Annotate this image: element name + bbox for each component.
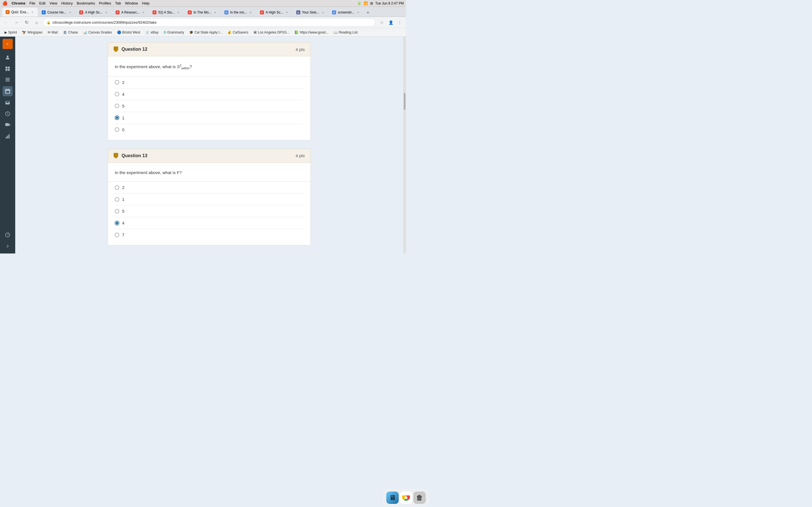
tab-close-research[interactable]: × — [141, 10, 145, 14]
menu-window[interactable]: Window — [125, 1, 138, 5]
sidebar-item-analytics[interactable] — [3, 131, 13, 142]
tab-close-screenshot[interactable]: × — [356, 10, 360, 14]
question-12-radio-0[interactable] — [115, 127, 119, 132]
back-button[interactable]: ← — [2, 18, 10, 26]
home-button[interactable]: ⌂ — [33, 18, 41, 26]
menu-chrome[interactable]: Chrome — [11, 1, 26, 5]
tab-inthe[interactable]: C In The Mo... × — [185, 8, 220, 17]
right-scrollbar[interactable] — [403, 37, 406, 253]
bookmark-favicon-calstate: 🎓 — [189, 31, 193, 34]
tab-quiz[interactable]: C Quiz: Exa... × — [2, 8, 38, 17]
tab-close-high1[interactable]: × — [104, 10, 108, 14]
menu-bookmarks[interactable]: Bookmarks — [77, 1, 95, 5]
question-13-option-4[interactable]: 4 — [115, 217, 304, 229]
bookmark-calsavers[interactable]: 💰 CalSavers — [225, 29, 250, 36]
new-tab-button[interactable]: + — [364, 9, 372, 17]
question-12-option-4[interactable]: 4 — [115, 89, 304, 100]
question-13-option-7[interactable]: 7 — [115, 229, 304, 240]
tab-favicon-high1: C — [79, 10, 83, 14]
sidebar-item-conferences[interactable] — [3, 120, 13, 130]
bookmark-wingspan[interactable]: 🦅 Wingspan — [20, 29, 45, 36]
question-13-radio-5[interactable] — [115, 209, 119, 214]
bookmark-star-icon[interactable]: ☆ — [378, 18, 386, 26]
canvas-logo[interactable]: C — [3, 39, 13, 49]
question-13-radio-2[interactable] — [115, 185, 119, 190]
bookmark-goodreads[interactable]: 📗 https://www.good... — [292, 29, 331, 36]
tab-close-google[interactable]: × — [249, 10, 253, 14]
question-12-radio-1[interactable] — [115, 115, 119, 120]
menu-help[interactable]: Help — [142, 1, 150, 5]
sidebar-item-courses[interactable] — [3, 75, 13, 85]
question-12-radio-2[interactable] — [115, 80, 119, 84]
menu-history[interactable]: History — [61, 1, 72, 5]
tab-favicon-inthe: C — [188, 10, 192, 14]
datetime: Tue Jun 8 2:47 PM — [375, 1, 404, 5]
question-13-radio-4[interactable] — [115, 221, 119, 225]
sidebar-item-help[interactable]: ? — [3, 230, 13, 240]
question-13-radio-1[interactable] — [115, 197, 119, 202]
bookmark-sprint[interactable]: ▶ Sprint — [2, 29, 19, 36]
bookmark-label-ladpss: Los Angeles DPSS... — [258, 31, 289, 34]
tab-high2[interactable]: C A High Sc... × — [257, 8, 292, 17]
bookmark-mail[interactable]: ✉ Mail — [45, 29, 60, 36]
sidebar-item-inbox[interactable] — [3, 98, 13, 108]
menu-view[interactable]: View — [49, 1, 57, 5]
bookmark-grammarly[interactable]: G Grammarly — [161, 29, 186, 36]
control-center-icon[interactable]: ⊞ — [370, 1, 373, 5]
tab-52[interactable]: C 52) A Stu... × — [149, 8, 184, 17]
question-12-option-2[interactable]: 2 — [115, 76, 304, 89]
question-12-radio-4[interactable] — [115, 92, 119, 96]
tab-google[interactable]: G In the mo... × — [221, 8, 256, 17]
tab-yoursets[interactable]: Q Your Sets... × — [293, 8, 328, 17]
apple-menu[interactable]: 🍎 — [2, 1, 8, 6]
tab-close-high2[interactable]: × — [285, 10, 289, 14]
tab-favicon-screenshot: G — [332, 10, 336, 14]
tab-research[interactable]: C A Researc... × — [112, 8, 149, 17]
question-12-option-1[interactable]: 1 — [115, 112, 304, 124]
bookmark-ebay[interactable]: 🛒 eBay — [143, 29, 161, 36]
menu-tab[interactable]: Tab — [115, 1, 121, 5]
menu-profiles[interactable]: Profiles — [99, 1, 111, 5]
question-13-option-5[interactable]: 5 — [115, 205, 304, 217]
sidebar-item-calendar[interactable] — [3, 86, 13, 96]
question-13-label-4: 4 — [122, 221, 124, 225]
tab-close-quiz[interactable]: × — [31, 10, 35, 14]
user-avatar-icon[interactable]: 👤 — [387, 18, 395, 26]
menu-file[interactable]: File — [29, 1, 35, 5]
menu-edit[interactable]: Edit — [39, 1, 45, 5]
question-12-option-5[interactable]: 5 — [115, 100, 304, 112]
sidebar-item-account[interactable] — [3, 52, 13, 62]
tab-high1[interactable]: C A High Sc... × — [76, 8, 112, 17]
question-12-option-0[interactable]: 0 — [115, 124, 304, 135]
tab-course[interactable]: C Course He... × — [38, 8, 75, 17]
bookmark-bristol-west[interactable]: 🔵 Bristol West — [115, 29, 143, 36]
bookmark-canvas-grades[interactable]: 📊 Canvas Grades — [81, 29, 114, 36]
tab-close-52[interactable]: × — [176, 10, 181, 14]
question-13-option-2[interactable]: 2 — [115, 182, 304, 193]
sidebar-item-dashboard[interactable] — [3, 64, 13, 74]
questions-container: Question 12 4 pts In the experiment abov… — [102, 42, 316, 245]
question-13-option-1[interactable]: 1 — [115, 193, 304, 205]
svg-rect-16 — [8, 134, 9, 138]
sidebar-item-history[interactable] — [3, 109, 13, 119]
tab-close-yoursets[interactable]: × — [321, 10, 325, 14]
reload-button[interactable]: ↻ — [22, 18, 31, 26]
bookmark-reading-list[interactable]: 📖 Reading List — [331, 29, 360, 36]
question-12-radio-5[interactable] — [115, 104, 119, 108]
tab-title-research: A Researc... — [121, 10, 140, 14]
bookmark-chase[interactable]: 🏦 Chase — [61, 29, 80, 36]
more-menu-icon[interactable]: ⋮ — [396, 18, 404, 26]
bookmark-calstate[interactable]: 🎓 Cal State Apply I... — [187, 29, 225, 36]
tab-screenshot[interactable]: G screensh... × — [329, 8, 363, 17]
tab-close-course[interactable]: × — [68, 10, 72, 14]
tab-title-quiz: Quiz: Exa... — [11, 10, 29, 14]
url-bar[interactable]: 🔒 citruscollege.instructure.com/courses/… — [43, 18, 375, 26]
bookmark-favicon-wingspan: 🦅 — [22, 31, 26, 34]
scrollbar-thumb[interactable] — [404, 93, 405, 110]
tab-close-inthe[interactable]: × — [213, 10, 217, 14]
forward-button[interactable]: → — [12, 18, 20, 26]
sidebar-item-collapse[interactable] — [3, 241, 13, 251]
bookmark-ladpss[interactable]: 🏛 Los Angeles DPSS... — [251, 29, 292, 36]
bookmark-label-chase: Chase — [68, 31, 78, 34]
question-13-radio-7[interactable] — [115, 233, 119, 237]
